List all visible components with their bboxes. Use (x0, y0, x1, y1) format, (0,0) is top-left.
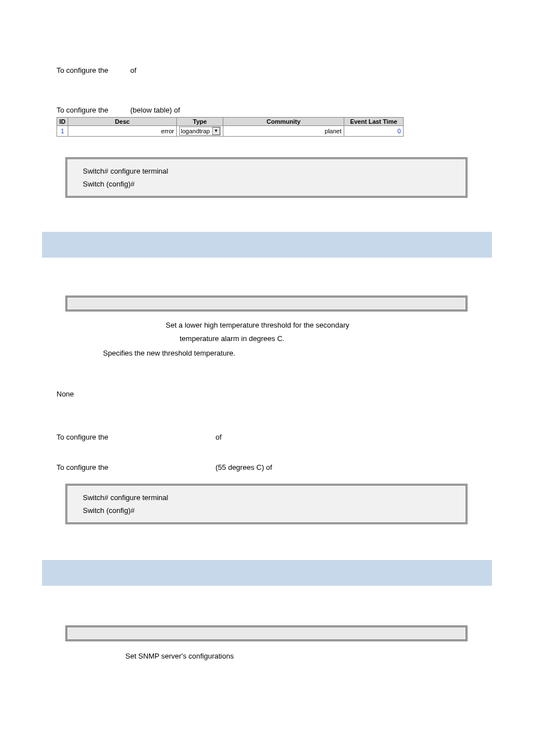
code-line: Switch# configure terminal (83, 167, 450, 175)
section-banner (42, 560, 492, 586)
cell-last: 0 (344, 126, 404, 137)
param-desc: Specifies the new threshold temperature. (103, 349, 235, 357)
type-select[interactable]: logandtrap ▼ (179, 127, 221, 136)
col-type: Type (177, 118, 223, 126)
example2-prefix: To configure the (57, 463, 109, 472)
code-block-1: Switch# configure terminal Switch (confi… (65, 157, 467, 198)
usage-of: of (130, 66, 137, 74)
table-row: 1 error logandtrap ▼ planet 0 (57, 126, 404, 137)
default-value: None (57, 390, 74, 398)
code-block-2: Switch# configure terminal Switch (confi… (65, 484, 467, 524)
usage2-prefix: To configure the (57, 433, 109, 441)
col-last: Event Last Time (344, 118, 404, 126)
col-desc: Desc (68, 118, 177, 126)
cell-id: 1 (57, 126, 68, 137)
usage-text: To configure the (57, 66, 109, 74)
usage2-of: of (216, 433, 222, 441)
desc2: Set SNMP server's configurations (125, 652, 234, 660)
code-line: Switch (config)# (83, 180, 450, 188)
col-community: Community (223, 118, 344, 126)
desc-line-2: temperature alarm in degrees C. (180, 334, 284, 343)
type-select-value: logandtrap (181, 128, 210, 134)
cell-type: logandtrap ▼ (177, 126, 223, 137)
col-id: ID (57, 118, 68, 126)
example-text: To configure the (57, 106, 109, 114)
code-line: Switch (config)# (83, 506, 450, 515)
cell-desc[interactable]: error (68, 126, 177, 137)
example2-mid: (55 degrees C) of (216, 463, 272, 472)
example-mid: (below table) of (130, 106, 180, 114)
chevron-down-icon: ▼ (212, 127, 220, 135)
syntax-box (65, 626, 467, 641)
cell-community[interactable]: planet (223, 126, 344, 137)
desc-line-1: Set a lower high temperature threshold f… (166, 321, 349, 329)
section-banner (42, 232, 492, 258)
code-line: Switch# configure terminal (83, 493, 450, 502)
syntax-box (65, 296, 467, 311)
rmon-event-table: ID Desc Type Community Event Last Time 1… (57, 117, 404, 137)
